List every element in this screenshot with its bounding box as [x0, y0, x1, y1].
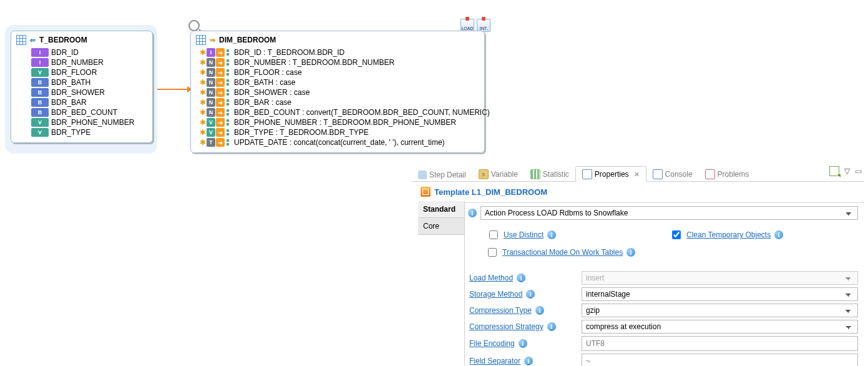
source-column[interactable]: BBDR_BAR — [16, 97, 147, 107]
datatype-badge: N — [207, 108, 215, 117]
tab-statistic[interactable]: Statistic — [524, 167, 575, 181]
target-mapping-row[interactable]: ✱N➜BDR_FLOOR : case — [196, 67, 479, 77]
row-prefix: ✱N➜ — [200, 108, 232, 117]
search-icon[interactable] — [188, 20, 200, 31]
step-detail-icon — [418, 171, 427, 179]
tab-properties[interactable]: Properties ✕ — [575, 166, 646, 182]
statistic-icon — [530, 169, 540, 179]
clean-temp-checkbox[interactable] — [672, 230, 681, 239]
property-input[interactable] — [582, 354, 858, 366]
new-view-icon[interactable] — [829, 166, 839, 176]
property-label[interactable]: File Encodingi — [469, 339, 575, 348]
mapping-arrow-icon: ➜ — [216, 98, 225, 107]
target-mapping-row[interactable]: ✱N➜BDR_BAR : case — [196, 97, 479, 107]
close-icon[interactable]: ✕ — [634, 171, 640, 179]
row-prefix: ✱N➜ — [200, 58, 232, 67]
target-mapping-row[interactable]: ✱I➜BDR_ID : T_BEDROOM.BDR_ID — [196, 47, 479, 57]
source-table-box[interactable]: ⇐ T_BEDROOM IBDR_IDIBDR_NUMBERVBDR_FLOOR… — [11, 31, 153, 143]
property-label[interactable]: Storage Methodi — [469, 290, 575, 299]
target-mapping-row[interactable]: ✱N➜BDR_BATH : case — [196, 77, 479, 87]
info-icon[interactable]: i — [535, 306, 544, 315]
source-column[interactable]: BBDR_SHOWER — [16, 87, 147, 97]
target-mapping-row[interactable]: ✱N➜BDR_SHOWER : case — [196, 87, 479, 97]
minimize-icon[interactable]: ▽ — [844, 167, 850, 176]
source-column[interactable]: VBDR_PHONE_NUMBER — [16, 117, 147, 127]
target-mapping-row[interactable]: ✱V➜BDR_PHONE_NUMBER : T_BEDROOM.BDR_PHON… — [196, 117, 479, 127]
mapping-handles-icon — [225, 48, 232, 57]
tab-label: Console — [665, 170, 693, 179]
target-mapping-row[interactable]: ✱N➜BDR_BED_COUNT : convert(T_BEDROOM.BDR… — [196, 107, 479, 117]
mapping-handles-icon — [225, 128, 232, 137]
property-label[interactable]: Load Methodi — [469, 274, 575, 282]
source-column[interactable]: IBDR_ID — [16, 47, 147, 57]
source-column[interactable]: VBDR_FLOOR — [16, 67, 147, 77]
property-select[interactable]: compress at execution — [582, 320, 858, 334]
maximize-icon[interactable]: ▭ — [855, 167, 862, 176]
key-star-icon: ✱ — [200, 59, 206, 66]
mapping-canvas: ⇐ T_BEDROOM IBDR_IDIBDR_NUMBERVBDR_FLOOR… — [0, 0, 868, 162]
property-label[interactable]: Compression Strategyi — [469, 322, 575, 331]
info-icon[interactable]: i — [526, 290, 535, 299]
datatype-badge: V — [207, 118, 215, 127]
source-column[interactable]: IBDR_NUMBER — [16, 57, 147, 67]
mapping-arrow-icon: ➜ — [216, 88, 225, 97]
action-process-select[interactable]: Action Process LOAD Rdbms to Snowflake — [480, 206, 858, 220]
source-column[interactable]: VBDR_TYPE — [16, 127, 147, 137]
target-table-box[interactable]: ⇒ DIM_BEDROOM ✱I➜BDR_ID : T_BEDROOM.BDR_… — [190, 31, 485, 153]
side-tab-core[interactable]: Core — [418, 218, 464, 235]
template-icon — [421, 187, 431, 197]
info-icon[interactable]: i — [547, 230, 556, 239]
tab-label: Step Detail — [429, 171, 466, 179]
datatype-badge: B — [31, 78, 49, 87]
property-select[interactable]: internalStage — [582, 287, 858, 301]
mapping-handles-icon — [225, 108, 232, 117]
trans-mode-label[interactable]: Transactional Mode On Work Tables — [502, 248, 623, 257]
checkbox-grid: Use Distinct i Clean Temporary Objects i — [485, 227, 858, 242]
source-column[interactable]: BBDR_BED_COUNT — [16, 107, 147, 117]
datatype-badge: T — [207, 138, 215, 147]
tab-problems[interactable]: Problems — [699, 167, 756, 181]
tab-step-detail[interactable]: Step Detail — [412, 168, 472, 181]
mapping-expression: BDR_SHOWER : case — [234, 88, 310, 97]
mapping-handles-icon — [225, 118, 232, 127]
property-input[interactable] — [582, 336, 858, 351]
info-icon[interactable]: i — [627, 248, 635, 257]
target-mapping-row[interactable]: ✱V➜BDR_TYPE : T_BEDROOM.BDR_TYPE — [196, 127, 479, 137]
trans-mode-checkbox[interactable] — [488, 248, 497, 257]
property-select[interactable]: gzip — [582, 304, 858, 317]
datatype-badge: N — [207, 58, 215, 67]
use-distinct-checkbox[interactable] — [489, 230, 498, 239]
use-distinct-label[interactable]: Use Distinct — [504, 230, 544, 239]
clean-temp-label[interactable]: Clean Temporary Objects — [686, 230, 771, 239]
datatype-badge: N — [207, 68, 215, 77]
tab-console[interactable]: Console — [646, 167, 699, 181]
target-table-header[interactable]: ⇒ DIM_BEDROOM — [191, 31, 484, 46]
side-tab-standard[interactable]: Standard — [418, 201, 464, 218]
source-table-header[interactable]: ⇐ T_BEDROOM — [11, 31, 152, 46]
info-icon[interactable]: i — [774, 230, 783, 239]
info-icon[interactable]: i — [468, 209, 477, 217]
tab-variable[interactable]: $ Variable — [472, 167, 524, 181]
source-column[interactable]: BBDR_BATH — [16, 77, 147, 87]
trans-mode-row: Transactional Mode On Work Tables i — [485, 245, 858, 260]
mapping-expression: BDR_TYPE : T_BEDROOM.BDR_TYPE — [234, 128, 369, 137]
row-prefix: ✱N➜ — [200, 68, 232, 77]
target-mapping-row[interactable]: ✱N➜BDR_NUMBER : T_BEDROOM.BDR_NUMBER — [196, 57, 479, 67]
mapping-handles-icon — [225, 58, 232, 67]
load-action-icon[interactable]: LOAD — [461, 19, 474, 32]
outgoing-arrow-icon: ⇒ — [210, 36, 215, 44]
mapping-arrow-icon: ➜ — [216, 58, 225, 67]
mapping-arrow-icon: ➜ — [216, 138, 225, 147]
mapping-expression: BDR_PHONE_NUMBER : T_BEDROOM.BDR_PHONE_N… — [234, 118, 456, 127]
info-icon[interactable]: i — [547, 322, 556, 331]
mapping-arrow-icon: ➜ — [216, 68, 225, 77]
table-icon — [16, 35, 26, 45]
info-icon[interactable]: i — [517, 274, 525, 282]
target-mapping-row[interactable]: ✱T➜UPDATE_DATE : concat(concat(current_d… — [196, 137, 479, 147]
property-select[interactable]: insert — [582, 271, 858, 285]
info-icon[interactable]: i — [524, 357, 533, 365]
property-label[interactable]: Compression Typei — [469, 306, 575, 315]
property-label[interactable]: Field Separatori — [469, 357, 575, 365]
info-icon[interactable]: i — [519, 339, 527, 348]
int-action-icon[interactable]: INT. — [477, 19, 490, 32]
